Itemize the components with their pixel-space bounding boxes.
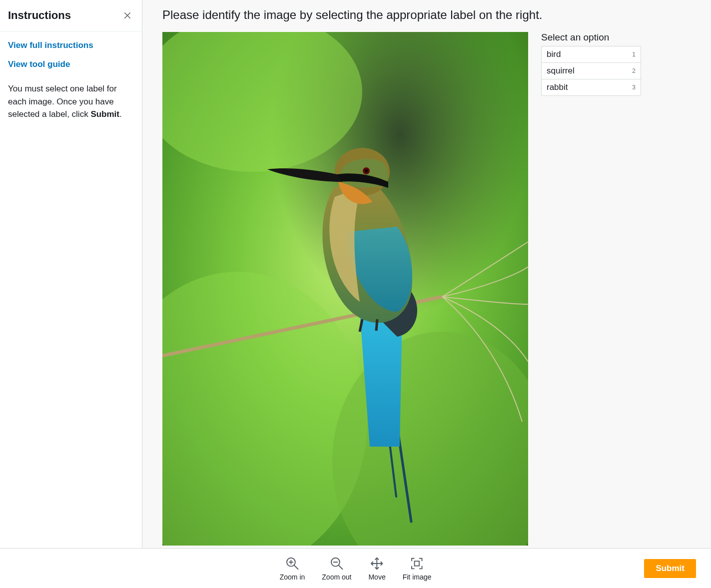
options-list: bird 1 squirrel 2 rabbit 3 (541, 46, 641, 96)
svg-line-12 (294, 565, 298, 569)
svg-point-8 (365, 169, 368, 172)
options-title: Select an option (541, 32, 641, 43)
tool-label: Move (368, 573, 385, 581)
zoom-in-button[interactable]: Zoom in (280, 556, 305, 581)
svg-rect-20 (415, 561, 419, 566)
svg-line-10 (376, 319, 377, 331)
option-rabbit[interactable]: rabbit 3 (542, 79, 641, 95)
footer-toolbar: Zoom in Zoom out Move (0, 548, 711, 588)
option-shortcut: 3 (632, 84, 636, 91)
instructions-hint: You must select one label for each image… (8, 82, 134, 121)
zoom-out-icon (329, 556, 344, 571)
instructions-title: Instructions (8, 9, 71, 22)
task-image (162, 32, 528, 546)
option-label: bird (547, 49, 561, 59)
tool-label: Fit image (403, 573, 432, 581)
main-workspace: Please identify the image by selecting t… (142, 0, 711, 548)
close-icon (123, 11, 132, 20)
svg-line-16 (339, 565, 343, 569)
tool-label: Zoom out (322, 573, 351, 581)
view-full-instructions-link[interactable]: View full instructions (8, 40, 134, 50)
option-label: rabbit (547, 82, 568, 92)
fit-image-button[interactable]: Fit image (403, 556, 432, 581)
instructions-sidebar: Instructions View full instructions View… (0, 0, 142, 548)
option-shortcut: 1 (632, 51, 636, 58)
option-bird[interactable]: bird 1 (542, 46, 641, 63)
view-tool-guide-link[interactable]: View tool guide (8, 59, 134, 69)
close-instructions-button[interactable] (121, 9, 134, 22)
image-canvas[interactable] (162, 32, 528, 546)
option-squirrel[interactable]: squirrel 2 (542, 63, 641, 79)
fit-image-icon (409, 556, 424, 571)
option-label: squirrel (547, 66, 575, 76)
zoom-in-icon (285, 556, 300, 571)
move-icon (370, 556, 385, 571)
option-shortcut: 2 (632, 67, 636, 74)
task-prompt: Please identify the image by selecting t… (142, 0, 711, 24)
submit-button[interactable]: Submit (644, 559, 696, 578)
zoom-out-button[interactable]: Zoom out (322, 556, 351, 581)
move-button[interactable]: Move (368, 556, 385, 581)
options-panel: Select an option bird 1 squirrel 2 rabbi… (541, 32, 641, 548)
tool-label: Zoom in (280, 573, 305, 581)
